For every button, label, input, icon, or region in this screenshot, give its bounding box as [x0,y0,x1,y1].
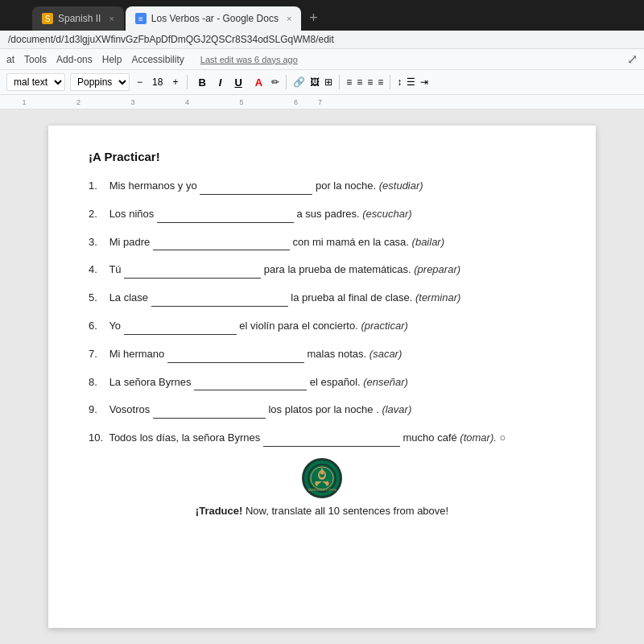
font-size-display: 18 [150,76,165,88]
exercise-before-9: Vosotros [109,403,153,415]
ruler-marks: 1 2 3 4 5 6 7 [8,98,322,106]
tab-verbos-label: Los Verbos -ar - Google Docs [151,13,279,24]
exercise-blank-10[interactable] [263,436,400,447]
toolbar-divider-4 [390,75,390,89]
exercise-item-8: 8. La señora Byrnes el español. (enseñar… [89,374,555,391]
align-center-icon[interactable]: ≡ [357,76,362,88]
tab-spanish[interactable]: S Spanish II × [32,6,124,31]
font-dropdown[interactable]: Poppins [70,73,130,91]
table-icon[interactable]: ⊞ [324,76,332,88]
exercise-blank-9[interactable] [153,407,266,419]
toolbar: mal text Poppins − 18 + B I U A ✏ 🔗 🖼 ⊞ … [0,70,644,95]
exercise-hint-6: (practicar) [361,320,408,332]
exercise-after-2: a sus padres. [297,208,363,220]
menu-accessibility[interactable]: Accessibility [131,54,184,65]
exercise-hint-5: (terminar) [415,291,460,303]
exercise-blank-2[interactable] [157,212,294,223]
exercise-num-4: 4. [89,262,106,279]
doc-title: ¡A Practicar! [89,150,555,163]
font-increase-button[interactable]: + [170,76,180,88]
exercise-num-8: 8. [89,374,106,391]
exercise-after-9: los platos por la noche . [268,403,382,415]
align-right-icon[interactable]: ≡ [367,76,373,88]
exercise-after-5: la prueba al final de clase. [291,291,415,303]
tab-new-button[interactable]: + [303,10,324,27]
exercise-num-7: 7. [89,346,106,363]
exercise-after-1: por la noche. [316,180,379,192]
link-icon[interactable]: 🔗 [293,76,305,88]
exercise-blank-1[interactable] [200,184,312,195]
pen-icon[interactable]: ✏ [271,76,279,88]
exercise-item-3: 3. Mi padre con mi mamá en la casa. (bai… [89,234,555,251]
image-icon[interactable]: 🖼 [310,76,320,88]
toolbar-divider-2 [286,75,287,89]
font-decrease-button[interactable]: − [134,76,145,88]
translate-prefix: ¡Traduce! [196,505,243,517]
italic-button[interactable]: I [215,75,226,90]
toolbar-divider-1 [187,75,188,89]
exercise-blank-8[interactable] [194,379,307,390]
list-icon[interactable]: ☰ [407,76,415,88]
exercise-item-9: 9. Vosotros los platos por la noche . (l… [89,402,555,419]
exercise-after-3: con mi mamá en la casa. [292,236,411,248]
menu-help[interactable]: Help [102,54,122,65]
align-left-icon[interactable]: ≡ [346,76,352,88]
exercise-num-1: 1. [89,178,106,195]
exercise-blank-6[interactable] [124,324,237,335]
exercise-blank-7[interactable] [167,352,304,363]
exercise-hint-3: (bailar) [412,236,444,248]
exercise-before-5: La clase [109,291,151,303]
exercise-hint-10: (tomar). ○ [460,431,506,444]
exercise-after-7: malas notas. [308,348,369,360]
tab-spanish-label: Spanish II [58,13,101,24]
exercise-item-10: 10. Todos los días, la señora Byrnes muc… [89,430,555,447]
translate-text: Now, translate all 10 sentences from abo… [246,505,448,517]
exercise-hint-9: (lavar) [382,403,411,415]
underline-button[interactable]: U [230,75,246,90]
starbucks-logo: STARBUCKS COFFEE [89,458,555,498]
exercise-num-3: 3. [89,234,106,251]
exercise-num-9: 9. [89,402,106,419]
exercise-item-7: 7. Mi hermano malas notas. (sacar) [89,346,555,363]
browser-window: S Spanish II × ≡ Los Verbos -ar - Google… [0,0,644,644]
tab-verbos-close[interactable]: × [287,14,291,23]
last-edit-label: Last edit was 6 days ago [200,55,298,64]
tab-spanish-close[interactable]: × [109,14,114,23]
starbucks-icon: STARBUCKS COFFEE [302,458,342,498]
starbucks-svg: STARBUCKS COFFEE [308,464,336,493]
menu-bar: at Tools Add-ons Help Accessibility Last… [0,49,644,70]
menu-tools[interactable]: Tools [24,54,47,65]
tab-bar: S Spanish II × ≡ Los Verbos -ar - Google… [0,0,644,31]
tab-verbos[interactable]: ≡ Los Verbos -ar - Google Docs × [126,6,302,31]
exercise-num-6: 6. [89,318,106,335]
bold-button[interactable]: B [194,75,209,90]
exercise-blank-3[interactable] [153,239,290,250]
expand-icon: ⤢ [627,52,638,67]
exercise-item-4: 4. Tú para la prueba de matemáticas. (pr… [89,262,555,279]
exercise-blank-4[interactable] [124,267,261,279]
exercise-before-7: Mi hermano [109,348,167,360]
exercise-item-2: 2. Los niños a sus padres. (escuchar) [89,206,555,223]
exercise-blank-5[interactable] [151,295,288,307]
exercise-hint-4: (preparar) [414,263,460,275]
exercise-before-10: Todos los días, la señora Byrnes [109,431,263,444]
toolbar-divider-3 [339,75,340,89]
ruler: 1 2 3 4 5 6 7 [0,95,644,109]
exercise-before-6: Yo [109,320,123,332]
address-bar[interactable]: /document/d/1d3lgjuXWfinvGzFbApDfDmQGJ2Q… [0,31,644,49]
style-dropdown[interactable]: mal text [6,73,65,91]
indent-icon[interactable]: ⇥ [420,76,428,88]
exercise-before-2: Los niños [109,208,157,220]
url-text: /document/d/1d3lgjuXWfinvGzFbApDfDmQGJ2Q… [8,34,334,45]
exercise-after-6: el violín para el concierto. [239,320,361,332]
exercise-num-10: 10. [89,430,106,447]
svg-text:STARBUCKS COFFEE: STARBUCKS COFFEE [308,488,336,492]
exercise-hint-8: (enseñar) [363,376,408,388]
exercise-before-1: Mis hermanos y yo [109,180,200,192]
text-color-button[interactable]: A [251,75,266,90]
line-spacing-icon[interactable]: ↕ [397,76,402,88]
align-justify-icon[interactable]: ≡ [378,76,383,88]
menu-addons[interactable]: Add-ons [56,54,93,65]
exercise-hint-1: (estudiar) [379,180,423,192]
menu-at[interactable]: at [6,54,14,65]
